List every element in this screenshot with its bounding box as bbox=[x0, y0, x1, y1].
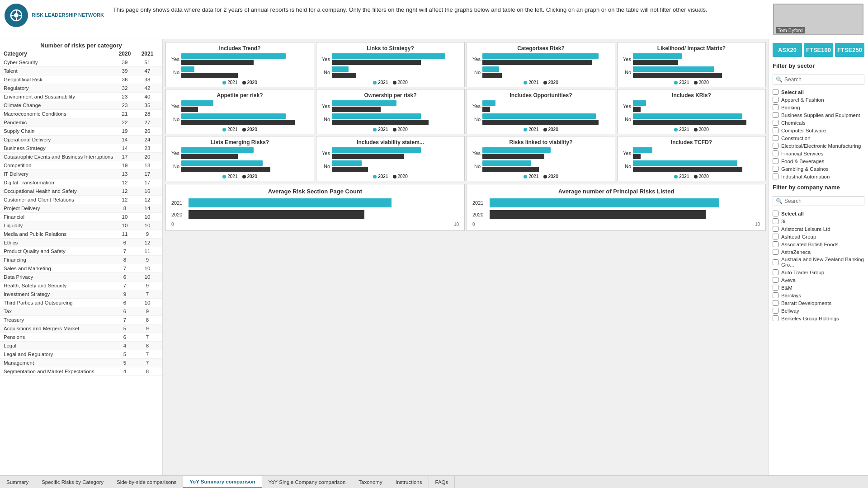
sector-option-banking[interactable]: Banking bbox=[773, 103, 864, 111]
table-row[interactable]: Geopolitical Risk 36 38 bbox=[0, 75, 162, 84]
table-row[interactable]: Catastrophic Events and Business Interru… bbox=[0, 153, 162, 161]
company-checkbox[interactable] bbox=[773, 226, 778, 232]
company-option-b&m[interactable]: B&M bbox=[773, 284, 864, 291]
table-row[interactable]: Customer and Client Relations 12 12 bbox=[0, 196, 162, 204]
sector-checkbox[interactable] bbox=[773, 97, 778, 103]
chart-card-10[interactable]: Risks linked to viability? Yes No 202 bbox=[467, 136, 615, 181]
sector-checkbox[interactable] bbox=[773, 143, 778, 149]
table-row[interactable]: Investment Strategy 9 7 bbox=[0, 290, 162, 299]
table-row[interactable]: Financing 8 9 bbox=[0, 256, 162, 264]
table-row[interactable]: Project Delivery 8 14 bbox=[0, 204, 162, 213]
tab-taxonomy[interactable]: Taxonomy bbox=[352, 476, 389, 488]
table-row[interactable]: Management 5 7 bbox=[0, 359, 162, 367]
company-checkbox[interactable] bbox=[773, 292, 778, 298]
chart-card-5[interactable]: Ownership per risk? Yes No 2021 bbox=[316, 89, 465, 134]
filter-sector-input[interactable] bbox=[784, 76, 861, 83]
sector-checkbox[interactable] bbox=[773, 89, 778, 95]
company-checkbox[interactable] bbox=[773, 285, 778, 291]
sector-option-gambling-&-casinos[interactable]: Gambling & Casinos bbox=[773, 165, 864, 173]
table-row[interactable]: Treasury 7 8 bbox=[0, 316, 162, 324]
sector-option-select-all[interactable]: Select all bbox=[773, 88, 864, 96]
table-row[interactable]: Supply Chain 19 26 bbox=[0, 127, 162, 136]
table-row[interactable]: Ethics 6 12 bbox=[0, 239, 162, 247]
chart-card-0[interactable]: Includes Trend? Yes No 2021 bbox=[165, 42, 314, 87]
company-checkbox[interactable] bbox=[773, 249, 778, 255]
table-row[interactable]: Occupational Health and Safety 12 16 bbox=[0, 187, 162, 196]
chart-card-3[interactable]: Likelihood/ Impact Matrix? Yes No 202 bbox=[617, 42, 766, 87]
company-checkbox[interactable] bbox=[773, 315, 778, 321]
chart-card-11[interactable]: Includes TCFD? Yes No 2021 bbox=[617, 136, 766, 181]
sector-checkbox[interactable] bbox=[773, 104, 778, 110]
table-row[interactable]: Business Strategy 14 23 bbox=[0, 144, 162, 153]
chart-card-4[interactable]: Appetite per risk? Yes No 2021 bbox=[165, 89, 314, 134]
table-row[interactable]: Operational Delivery 14 24 bbox=[0, 136, 162, 144]
company-option-berkeley-group-holdings[interactable]: Berkeley Group Holdings bbox=[773, 314, 864, 322]
table-row[interactable]: Media and Public Relations 11 9 bbox=[0, 230, 162, 239]
sector-option-business-supplies-and-equipment[interactable]: Business Supplies and Equipment bbox=[773, 111, 864, 119]
company-option-astrazeneca[interactable]: AstraZeneca bbox=[773, 248, 864, 256]
company-checkbox[interactable] bbox=[773, 241, 778, 247]
company-option-ashtead-group[interactable]: Ashtead Group bbox=[773, 233, 864, 240]
company-checkbox[interactable] bbox=[773, 211, 778, 216]
table-row[interactable]: Macroeconomic Conditions 21 28 bbox=[0, 110, 162, 118]
sector-option-industrial-automation[interactable]: Industrial Automation bbox=[773, 173, 864, 180]
sector-option-chemicals[interactable]: Chemicals bbox=[773, 119, 864, 127]
filter-company-input[interactable] bbox=[784, 198, 861, 204]
table-row[interactable]: Cyber Security 39 51 bbox=[0, 58, 162, 67]
table-row[interactable]: Product Quality and Safety 7 11 bbox=[0, 247, 162, 256]
sector-checkbox[interactable] bbox=[773, 135, 778, 141]
company-checkbox[interactable] bbox=[773, 277, 778, 283]
chart-card-7[interactable]: Includes KRIs? Yes No 2021 bbox=[617, 89, 766, 134]
table-body[interactable]: Cyber Security 39 51Talent 39 47Geopolit… bbox=[0, 58, 162, 475]
company-option-3i[interactable]: 3i bbox=[773, 217, 864, 225]
table-row[interactable]: Liquidity 10 10 bbox=[0, 221, 162, 230]
sector-checkbox[interactable] bbox=[773, 127, 778, 133]
chart-card-2[interactable]: Categorises Risk? Yes No 2021 bbox=[467, 42, 615, 87]
index-btn-ftse100[interactable]: FTSE100 bbox=[804, 43, 833, 57]
tab-instructions[interactable]: Instructions bbox=[389, 476, 429, 488]
company-option-australia-and-new-zealand-bank[interactable]: Australia and New Zealand Banking Gro... bbox=[773, 256, 864, 268]
company-checkbox[interactable] bbox=[773, 234, 778, 239]
company-checkbox[interactable] bbox=[773, 300, 778, 306]
table-row[interactable]: Environment and Sustainability 23 40 bbox=[0, 93, 162, 101]
tab-summary[interactable]: Summary bbox=[0, 476, 35, 488]
company-option-barclays[interactable]: Barclays bbox=[773, 291, 864, 299]
table-row[interactable]: Pensions 6 7 bbox=[0, 333, 162, 342]
table-row[interactable]: Financial 10 10 bbox=[0, 213, 162, 221]
sector-checkbox[interactable] bbox=[773, 174, 778, 179]
tab-side-by-side-comparisons[interactable]: Side-by-side comparisons bbox=[110, 476, 183, 488]
table-row[interactable]: Pandemic 22 27 bbox=[0, 118, 162, 127]
company-checkbox[interactable] bbox=[773, 308, 778, 314]
filter-company-search[interactable]: 🔍 bbox=[773, 196, 864, 206]
table-row[interactable]: Third Parties and Outsourcing 6 10 bbox=[0, 299, 162, 307]
tab-yoy-summary-comparison[interactable]: YoY Summary comparison bbox=[183, 476, 262, 488]
company-checkbox[interactable] bbox=[773, 218, 778, 224]
chart-card-1[interactable]: Links to Strategy? Yes No 2021 bbox=[316, 42, 465, 87]
company-option-auto-trader-group[interactable]: Auto Trader Group bbox=[773, 268, 864, 276]
company-option-bellway[interactable]: Bellway bbox=[773, 307, 864, 314]
table-row[interactable]: Health, Safety and Security 7 9 bbox=[0, 282, 162, 290]
chart-card-6[interactable]: Includes Opportunities? Yes No 2021 bbox=[467, 89, 615, 134]
sector-checkbox[interactable] bbox=[773, 120, 778, 126]
tab-specific-risks-by-category[interactable]: Specific Risks by Category bbox=[35, 476, 110, 488]
sector-option-computer-software[interactable]: Computer Software bbox=[773, 127, 864, 134]
company-option-select-all[interactable]: Select all bbox=[773, 210, 864, 217]
table-row[interactable]: Legal 4 8 bbox=[0, 342, 162, 350]
tab-faqs[interactable]: FAQs bbox=[429, 476, 455, 488]
sector-option-food-&-beverages[interactable]: Food & Beverages bbox=[773, 157, 864, 165]
table-row[interactable]: IT Delivery 13 17 bbox=[0, 170, 162, 178]
sector-checkbox[interactable] bbox=[773, 166, 778, 172]
sector-option-financial-services[interactable]: Financial Services bbox=[773, 150, 864, 157]
company-option-barratt-developments[interactable]: Barratt Developments bbox=[773, 299, 864, 307]
company-checkbox[interactable] bbox=[773, 259, 778, 265]
table-row[interactable]: Segmentation and Market Expectations 4 8 bbox=[0, 367, 162, 376]
table-row[interactable]: Data Privacy 6 10 bbox=[0, 273, 162, 282]
table-row[interactable]: Regulatory 32 42 bbox=[0, 84, 162, 93]
table-row[interactable]: Talent 39 47 bbox=[0, 67, 162, 75]
sector-checkbox[interactable] bbox=[773, 112, 778, 118]
company-option-aristocrat-leisure-ltd[interactable]: Aristocrat Leisure Ltd bbox=[773, 225, 864, 233]
table-row[interactable]: Tax 6 9 bbox=[0, 307, 162, 316]
sector-checkbox[interactable] bbox=[773, 150, 778, 156]
table-row[interactable]: Climate Change 23 35 bbox=[0, 101, 162, 110]
tab-yoy-single-company-comparison[interactable]: YoY Single Company comparison bbox=[262, 476, 353, 488]
